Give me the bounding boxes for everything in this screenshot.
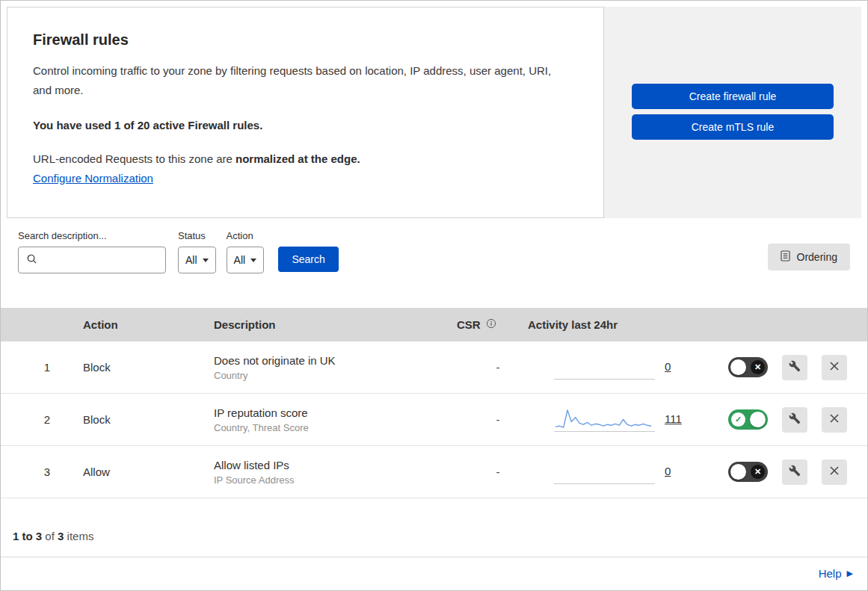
header-description: Description: [199, 318, 442, 331]
wrench-icon: [789, 412, 801, 427]
pagination-items-label: items: [64, 530, 93, 542]
toggle-knob: [750, 412, 766, 427]
pagination-of: of: [42, 530, 58, 542]
wrench-icon: [789, 465, 801, 479]
search-group: Search description...: [18, 230, 166, 273]
edit-rule-button[interactable]: [782, 407, 807, 433]
table-row: 2 Block IP reputation score Country, Thr…: [1, 394, 867, 446]
toggle-state-icon: ✕: [751, 360, 765, 374]
top-section: Firewall rules Control incoming traffic …: [1, 1, 867, 218]
action-select[interactable]: All: [227, 247, 265, 273]
toggle-state-icon: ✕: [751, 465, 765, 479]
firewall-rules-page: Firewall rules Control incoming traffic …: [0, 0, 868, 591]
activity-count-link[interactable]: 111: [665, 412, 682, 432]
create-firewall-rule-button[interactable]: Create firewall rule: [632, 84, 834, 109]
rule-description-cell: Does not originate in UK Country: [199, 354, 442, 381]
rule-description-cell: IP reputation score Country, Threat Scor…: [199, 406, 442, 433]
ordering-button[interactable]: Ordering: [768, 244, 850, 270]
delete-rule-button[interactable]: [822, 407, 847, 433]
ordering-button-label: Ordering: [797, 251, 837, 263]
close-icon: [829, 361, 840, 374]
info-icon[interactable]: [486, 318, 496, 331]
table-header: Action Description CSR Activity last 24h…: [1, 308, 867, 341]
usage-summary: You have used 1 of 20 active Firewall ru…: [33, 119, 578, 131]
rule-action: Allow: [68, 465, 199, 478]
page-description: Control incoming traffic to your zone by…: [33, 61, 567, 101]
rule-fields: Country, Threat Score: [214, 422, 442, 433]
rule-action: Block: [68, 413, 199, 426]
action-label: Action: [227, 230, 265, 241]
action-group: Action All: [227, 230, 265, 273]
search-input[interactable]: [43, 254, 158, 266]
normalization-prefix: URL-encoded Requests to this zone are: [33, 152, 236, 165]
intro-card: Firewall rules Control incoming traffic …: [7, 7, 604, 218]
normalization-text: URL-encoded Requests to this zone are no…: [33, 152, 578, 165]
activity-sparkline: [554, 407, 655, 432]
table-row: 3 Allow Allow listed IPs IP Source Addre…: [1, 446, 867, 498]
search-button[interactable]: Search: [278, 247, 339, 272]
ordering-list-icon: [781, 250, 790, 264]
wrench-icon: [789, 360, 801, 374]
status-label: Status: [178, 230, 216, 241]
search-icon: [26, 253, 37, 267]
create-mtls-rule-button[interactable]: Create mTLS rule: [632, 114, 834, 140]
rule-enabled-toggle[interactable]: ✕: [728, 462, 768, 482]
rule-controls: ✕: [696, 460, 867, 485]
rule-controls: ✕: [696, 355, 867, 380]
pagination-summary: 1 to 3 of 3 items: [1, 498, 867, 554]
search-box: [18, 247, 166, 273]
header-action: Action: [68, 318, 199, 331]
chevron-down-icon: [203, 259, 209, 262]
status-select-value: All: [185, 254, 197, 266]
rule-priority: 1: [1, 361, 68, 374]
rule-fields: Country: [214, 370, 442, 381]
rule-description: Allow listed IPs: [214, 459, 442, 471]
header-activity: Activity last 24hr: [513, 318, 696, 331]
rule-description-cell: Allow listed IPs IP Source Address: [199, 459, 442, 486]
help-link[interactable]: Help ▶: [819, 567, 853, 580]
rule-priority: 2: [1, 413, 68, 426]
filters-bar: Search description... Status All Action …: [1, 218, 867, 308]
header-csr-label: CSR: [457, 318, 481, 331]
rule-description: IP reputation score: [214, 406, 442, 419]
pagination-range: 1 to 3: [13, 530, 42, 542]
status-group: Status All: [178, 230, 216, 273]
configure-normalization-link[interactable]: Configure Normalization: [33, 172, 153, 185]
activity-count-link[interactable]: 0: [665, 360, 671, 380]
delete-rule-button[interactable]: [822, 460, 847, 485]
rule-priority: 3: [1, 465, 68, 478]
table-row: 1 Block Does not originate in UK Country…: [1, 341, 867, 394]
rule-controls: ✓: [696, 407, 867, 433]
rule-enabled-toggle[interactable]: ✕: [728, 357, 768, 377]
delete-rule-button[interactable]: [822, 355, 847, 380]
rule-csr: -: [442, 465, 513, 478]
arrow-right-icon: ▶: [847, 569, 853, 578]
close-icon: [829, 413, 840, 426]
rule-activity-cell: 0: [513, 355, 696, 380]
header-csr: CSR: [442, 318, 513, 331]
page-title: Firewall rules: [33, 31, 578, 49]
rule-fields: IP Source Address: [214, 474, 442, 486]
chevron-down-icon: [250, 259, 256, 262]
actions-panel: Create firewall rule Create mTLS rule: [604, 7, 861, 218]
status-select[interactable]: All: [178, 247, 216, 273]
rule-activity-cell: 0: [513, 460, 696, 484]
help-link-label: Help: [819, 567, 842, 580]
toggle-knob: [730, 359, 746, 375]
rule-description: Does not originate in UK: [214, 354, 442, 367]
search-label: Search description...: [18, 230, 166, 241]
toggle-state-icon: ✓: [731, 412, 745, 427]
rule-enabled-toggle[interactable]: ✓: [728, 409, 768, 430]
rule-activity-cell: 111: [513, 407, 696, 432]
edit-rule-button[interactable]: [782, 460, 807, 485]
rule-csr: -: [442, 361, 513, 374]
rule-action: Block: [68, 361, 199, 374]
help-bar: Help ▶: [1, 557, 867, 590]
toggle-knob: [730, 464, 746, 480]
close-icon: [829, 465, 840, 478]
rule-csr: -: [442, 413, 513, 426]
activity-count-link[interactable]: 0: [665, 465, 671, 484]
activity-sparkline: [554, 355, 655, 380]
edit-rule-button[interactable]: [782, 355, 807, 380]
normalization-bold: normalized at the edge.: [236, 152, 360, 165]
